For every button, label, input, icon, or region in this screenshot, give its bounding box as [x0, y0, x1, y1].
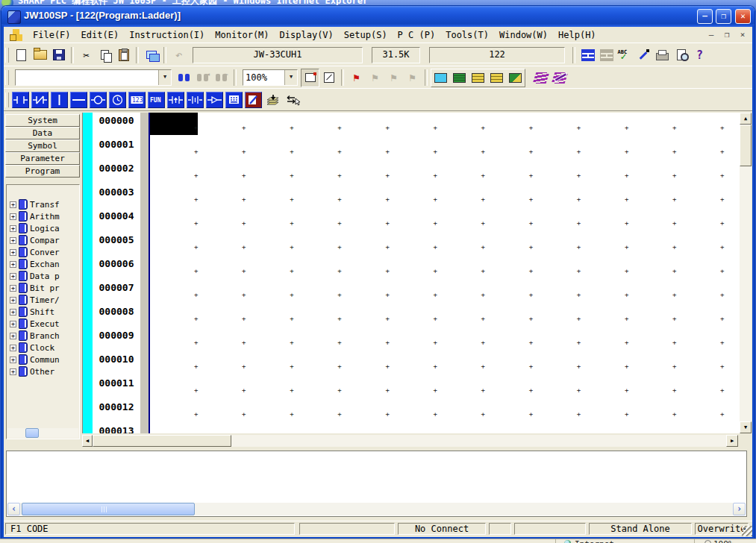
monitor-view2-button[interactable]	[452, 71, 467, 85]
tree-item-arithmetic[interactable]: +Arithm	[10, 210, 80, 222]
branch-arrow-button[interactable]	[206, 92, 223, 108]
tree-expand-icon[interactable]: +	[10, 237, 16, 244]
edit-cursor[interactable]	[150, 113, 198, 135]
menu-monitor[interactable]: Monitor(M)	[210, 28, 274, 42]
ladder-grid[interactable]: ++++++++++++++++++++++++++++++++++++++++…	[150, 113, 740, 433]
tree-item-clock[interactable]: +Clock	[10, 342, 80, 354]
tree-expand-icon[interactable]: +	[10, 345, 16, 351]
scroll-left-button[interactable]: ◀	[82, 435, 93, 447]
sidebar-button-parameter[interactable]: Parameter	[5, 152, 80, 165]
tree-item-communication[interactable]: +Commun	[10, 354, 80, 365]
tree-expand-icon[interactable]: +	[10, 249, 16, 256]
layers-button[interactable]	[531, 69, 550, 87]
find-button[interactable]	[175, 69, 193, 87]
search-input[interactable]	[16, 70, 158, 85]
tree-item-compare[interactable]: +Compar	[10, 234, 80, 246]
tree-item-exchange[interactable]: +Exchan	[10, 258, 80, 270]
monitor-view4-button[interactable]	[489, 71, 504, 85]
print-preview-button[interactable]	[672, 45, 690, 64]
mdi-minimize-button[interactable]: –	[705, 29, 718, 41]
layers-edit-button[interactable]	[550, 69, 569, 87]
close-button[interactable]: ✕	[735, 9, 751, 24]
tree-item-data-process[interactable]: +Data p	[10, 270, 80, 282]
menu-window[interactable]: Window(W)	[494, 28, 553, 42]
numeric-input-button[interactable]: 123	[128, 92, 146, 108]
tree-item-other[interactable]: +Other	[10, 365, 80, 377]
menu-help[interactable]: Help(H)	[553, 28, 602, 42]
tree-item-branch[interactable]: +Branch	[10, 330, 80, 342]
tree-expand-icon[interactable]: +	[10, 261, 16, 268]
ladder-horizontal-scrollbar[interactable]: ◀ ▶	[82, 435, 738, 447]
minimize-button[interactable]: —	[697, 9, 713, 24]
menu-setup[interactable]: Setup(S)	[339, 28, 393, 42]
tree-expand-icon[interactable]: +	[10, 297, 16, 304]
option-tool-button[interactable]	[634, 45, 653, 64]
resize-grip[interactable]	[742, 526, 752, 536]
timer-button[interactable]	[109, 92, 126, 108]
background-window-statusbar[interactable]: Internet 100%	[0, 539, 756, 543]
horizontal-scrollbar-thumb[interactable]	[93, 435, 231, 447]
fit-window-button[interactable]	[301, 69, 319, 87]
function-button[interactable]: FUN	[148, 92, 165, 108]
tree-expand-icon[interactable]: +	[10, 201, 16, 208]
save-button[interactable]	[49, 45, 68, 64]
monitor-view3-button[interactable]	[470, 71, 486, 85]
search-dropdown-button[interactable]: ▼	[158, 70, 171, 85]
tree-expand-icon[interactable]: +	[10, 333, 16, 339]
tree-item-execute[interactable]: +Execut	[10, 318, 80, 330]
search-combobox[interactable]: ▼	[15, 69, 172, 86]
mdi-restore-button[interactable]: ❐	[720, 29, 734, 41]
swap-mode-button[interactable]	[284, 92, 301, 108]
menu-tools[interactable]: Tools(T)	[440, 28, 494, 42]
menu-display[interactable]: Display(V)	[275, 28, 339, 42]
tree-item-logical[interactable]: +Logica	[10, 222, 80, 234]
tree-item-transfer[interactable]: +Transf	[10, 198, 80, 210]
titlebar[interactable]: JW100SP - [122(Program:Ladder)] — ❐ ✕	[1, 6, 755, 27]
tree-expand-icon[interactable]: +	[10, 368, 16, 375]
tree-expand-icon[interactable]: +	[10, 213, 16, 220]
edge-contact-button[interactable]	[167, 92, 184, 108]
coil-button[interactable]	[90, 92, 107, 108]
open-button[interactable]	[31, 45, 49, 64]
program-check-button[interactable]: ABC ✓	[616, 45, 634, 64]
copy-button[interactable]	[96, 45, 114, 64]
contact-closed-button[interactable]	[31, 92, 49, 108]
help-button[interactable]: ?	[690, 45, 709, 64]
zoom-dropdown-button[interactable]: ▼	[284, 70, 297, 85]
zoom-combobox[interactable]: ▼	[243, 69, 298, 86]
zoom-input[interactable]	[243, 70, 284, 85]
monitor-view5-button[interactable]	[507, 71, 523, 85]
edit-mode-button[interactable]	[245, 92, 262, 108]
print-button[interactable]	[653, 45, 672, 64]
ladder-vertical-scrollbar[interactable]: ▲ ▼	[740, 113, 752, 433]
menu-instruction[interactable]: Instruction(I)	[124, 28, 210, 42]
tree-expand-icon[interactable]: +	[10, 321, 16, 327]
output-scroll-left-button[interactable]: ‹	[7, 503, 20, 515]
scroll-up-button[interactable]: ▲	[740, 113, 752, 125]
paste-button[interactable]	[114, 45, 133, 64]
stack-download-button[interactable]	[264, 92, 281, 108]
tree-item-bit-process[interactable]: +Bit pr	[10, 282, 80, 294]
tree-expand-icon[interactable]: +	[10, 225, 16, 232]
sidebar-button-system[interactable]: System	[5, 114, 80, 127]
undo-button[interactable]: ↶	[169, 45, 188, 64]
monitor-view1-button[interactable]	[433, 71, 449, 85]
tree-scrollbar-thumb[interactable]	[25, 428, 39, 438]
tree-item-convert[interactable]: +Conver	[10, 246, 80, 258]
instruction-keypad-button[interactable]	[225, 92, 243, 108]
menu-pc[interactable]: P C (P)	[393, 28, 441, 42]
sidebar-button-program[interactable]: Program	[5, 165, 80, 178]
output-scroll-right-button[interactable]: ›	[733, 503, 746, 515]
tree-expand-icon[interactable]: +	[10, 273, 16, 280]
sidebar-button-data[interactable]: Data	[5, 127, 80, 139]
scroll-down-button[interactable]: ▼	[740, 421, 752, 433]
new-button[interactable]	[12, 45, 31, 64]
tree-item-timer-counter[interactable]: +Timer/	[10, 294, 80, 306]
tree-expand-icon[interactable]: +	[10, 309, 16, 316]
mdi-close-button[interactable]: ×	[736, 29, 749, 41]
maximize-button[interactable]: ❐	[716, 9, 731, 24]
cut-button[interactable]: ✂	[77, 45, 96, 64]
double-edge-contact-button[interactable]	[187, 92, 204, 108]
tree-item-shift[interactable]: +Shift	[10, 306, 80, 318]
tree-expand-icon[interactable]: +	[10, 357, 16, 363]
